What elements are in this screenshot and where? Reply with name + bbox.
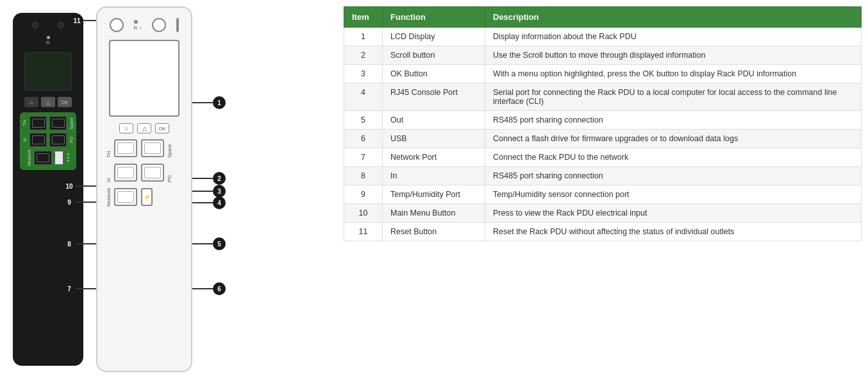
table-row: 5OutRS485 port sharing connection	[344, 111, 862, 130]
callout-number-4: 4	[213, 196, 226, 209]
sp-in-label: In	[106, 163, 112, 182]
scroll-btn-icon: △	[41, 97, 55, 107]
callout-number-3: 3	[213, 185, 226, 198]
sp-slot	[176, 18, 179, 32]
sp-mount-circle-left	[110, 18, 124, 32]
cell-description: Serial port for connecting the Rack PDU …	[485, 83, 862, 111]
table-row: 6USBConnect a flash drive for firmware u…	[344, 130, 862, 148]
table-row: 10Main Menu ButtonPress to view the Rack…	[344, 204, 862, 223]
cell-item: 3	[344, 65, 383, 83]
cell-description: With a menu option highlighted, press th…	[485, 65, 862, 83]
cell-description: Connect a flash drive for firmware upgra…	[485, 130, 862, 148]
sp-port-in1	[114, 164, 137, 182]
cell-item: 8	[344, 167, 383, 185]
cell-function: Temp/Humidity Port	[383, 185, 485, 204]
ok-btn-icon: OK	[58, 97, 72, 107]
callout-number-1: 1	[213, 96, 226, 109]
cell-description: Press to view the Rack PDU electrical in…	[485, 204, 862, 223]
callout-10: 10	[63, 180, 101, 193]
table-row: 2Scroll buttonUse the Scroll button to m…	[344, 46, 862, 65]
callout-1: 1	[187, 96, 226, 109]
callout-6: 6	[187, 282, 226, 295]
cell-item: 7	[344, 148, 383, 167]
cell-item: 5	[344, 111, 383, 130]
cell-item: 6	[344, 130, 383, 148]
cell-function: Network Port	[383, 148, 485, 167]
callout-7: 7	[63, 282, 101, 295]
cell-description: Reset the Rack PDU without affecting the…	[485, 223, 862, 241]
cell-item: 9	[344, 185, 383, 204]
table-row: 3OK ButtonWith a menu option highlighted…	[344, 65, 862, 83]
table-row: 7Network PortConnect the Rack PDU to the…	[344, 148, 862, 167]
sp-spare-label: Spare	[167, 139, 172, 158]
sp-pd-label: PD	[167, 163, 172, 182]
sp-reset-indicator: R ○	[134, 20, 142, 31]
table-row: 4RJ45 Console PortSerial port for connec…	[344, 83, 862, 111]
indicator-light: R	[46, 36, 50, 46]
cell-function: RJ45 Console Port	[383, 83, 485, 111]
callout-number-2: 2	[213, 172, 226, 185]
sp-net-port-pair: ⚡	[114, 188, 153, 206]
cell-function: LCD Display	[383, 28, 485, 46]
sp-in-ports: In PD	[106, 163, 183, 182]
callout-number-9: 9	[63, 196, 76, 209]
sp-in-port-pair	[114, 164, 164, 182]
sp-network-ports: Network ⚡	[106, 187, 183, 207]
sp-port-th1	[114, 139, 137, 157]
cell-function: Reset Button	[383, 223, 485, 241]
cell-description: Connect the Rack PDU to the network	[485, 148, 862, 167]
cell-description: RS485 port sharing connection	[485, 167, 862, 185]
table-header-row: Item Function Description	[344, 7, 862, 28]
callout-number-11: 11	[71, 14, 83, 27]
side-panel-container: 11 1 10 9 8 7 2	[96, 6, 192, 372]
sp-screen	[109, 40, 179, 117]
cell-item: 1	[344, 28, 383, 46]
callout-number-10: 10	[63, 180, 76, 193]
sp-th-label: TH	[106, 139, 112, 158]
callout-4: 4	[187, 196, 226, 209]
device-illustration: R ⌂ △ OK TH Spare In PD N	[6, 6, 333, 372]
sp-port-th2	[141, 139, 164, 157]
sp-top-mounting: R ○	[110, 18, 179, 32]
sp-scroll-btn: △	[137, 123, 151, 133]
sp-home-btn: ⌂	[119, 123, 133, 133]
header-function: Function	[383, 7, 485, 28]
cell-function: In	[383, 167, 485, 185]
cell-item: 10	[344, 204, 383, 223]
cell-description: RS485 port sharing connection	[485, 111, 862, 130]
sp-network-label: Network	[106, 187, 112, 207]
cell-item: 2	[344, 46, 383, 65]
lcd-display	[24, 52, 72, 90]
side-panel-diagram: R ○ ⌂ △ OK TH	[96, 6, 192, 372]
sp-mount-circle-right	[152, 18, 166, 32]
sp-port-usb: ⚡	[141, 188, 153, 206]
callout-9: 9	[63, 196, 101, 209]
cell-function: Main Menu Button	[383, 204, 485, 223]
table-row: 1LCD DisplayDisplay information about th…	[344, 28, 862, 46]
table-row: 8InRS485 port sharing connection	[344, 167, 862, 185]
callout-2: 2	[187, 172, 226, 185]
table-row: 11Reset ButtonReset the Rack PDU without…	[344, 223, 862, 241]
sp-buttons-row: ⌂ △ OK	[119, 123, 169, 133]
top-mounting-holes	[32, 22, 64, 28]
callout-number-6: 6	[213, 282, 226, 295]
callout-8: 8	[63, 237, 101, 250]
cell-description: Display information about the Rack PDU	[485, 28, 862, 46]
cell-function: Out	[383, 111, 485, 130]
callout-3: 3	[187, 185, 226, 198]
function-table: Item Function Description 1LCD DisplayDi…	[344, 6, 862, 241]
callout-5: 5	[187, 237, 226, 250]
cell-function: Scroll button	[383, 46, 485, 65]
front-buttons: ⌂ △ OK	[24, 97, 72, 107]
table-row: 9Temp/Humidity PortTemp/Humidity sensor …	[344, 185, 862, 204]
header-item: Item	[344, 7, 383, 28]
cell-function: USB	[383, 130, 485, 148]
sp-port-in2	[141, 164, 164, 182]
sp-th-port-pair	[114, 139, 164, 157]
sp-ok-btn: OK	[155, 123, 169, 133]
cell-description: Temp/Humidity sensor connection port	[485, 185, 862, 204]
ports-section: TH Spare In PD Network	[20, 112, 76, 170]
cell-item: 11	[344, 223, 383, 241]
header-description: Description	[485, 7, 862, 28]
home-btn-icon: ⌂	[24, 97, 38, 107]
